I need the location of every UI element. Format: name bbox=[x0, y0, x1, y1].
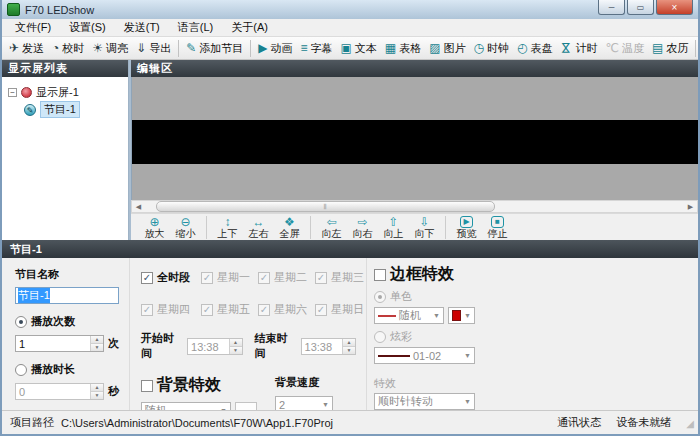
scroll-left-icon[interactable]: ◀ bbox=[132, 203, 145, 211]
play-count-value: 1 bbox=[16, 336, 90, 351]
move-down-label: 向下 bbox=[415, 228, 435, 239]
menu-file[interactable]: 文件(F) bbox=[6, 18, 60, 37]
scrollbar-thumb[interactable]: ⦀ bbox=[156, 201, 496, 212]
toolbar-table-label: 表格 bbox=[399, 41, 421, 56]
collapse-icon[interactable]: − bbox=[8, 88, 17, 97]
play-count-label: 播放次数 bbox=[31, 314, 75, 329]
toolbar-text-label: 文本 bbox=[355, 41, 377, 56]
control-separator bbox=[206, 216, 207, 239]
play-count-radio-row[interactable]: 播放次数 bbox=[15, 314, 119, 329]
maximize-button[interactable]: ▭ bbox=[627, 0, 654, 15]
spin-down-icon: ▼ bbox=[230, 346, 242, 354]
picture-icon: ▨ bbox=[429, 42, 440, 54]
play-count-stepper[interactable]: 1 ▲▼ bbox=[15, 335, 104, 352]
checkbox-checked-icon bbox=[315, 272, 327, 284]
window-controls: ─▭× bbox=[596, 0, 693, 15]
checkbox-checked-icon bbox=[141, 304, 153, 316]
menu-about[interactable]: 关于(A) bbox=[222, 18, 277, 37]
menu-bar: 文件(F)设置(S)发送(T)语言(L)关于(A) bbox=[2, 19, 698, 37]
play-count-spin-buttons[interactable]: ▲▼ bbox=[90, 336, 103, 351]
toolbar-send-button[interactable]: ✈发送 bbox=[5, 39, 48, 58]
play-duration-stepper[interactable]: 0 ▲▼ bbox=[15, 383, 104, 400]
preview-button[interactable]: ▶预览 bbox=[451, 216, 482, 239]
menu-language[interactable]: 语言(L) bbox=[169, 18, 222, 37]
play-duration-radio-row[interactable]: 播放时长 bbox=[15, 362, 119, 377]
toolbar-dial-button[interactable]: ◴表盘 bbox=[513, 39, 556, 58]
toolbar-export-button[interactable]: ⇓导出 bbox=[132, 39, 175, 58]
toolbar: ✈发送◔校时☀调亮⇓导出✎添加节目▶动画≡字幕▣文本▦表格▨图片◷时钟◴表盘⋈计… bbox=[2, 37, 698, 60]
add-program-icon: ✎ bbox=[186, 42, 196, 54]
tree-item-program[interactable]: ✎ 节目-1 bbox=[2, 101, 128, 118]
border-effect-checkbox[interactable]: 边框特效 bbox=[374, 264, 475, 285]
scroll-right-icon[interactable]: ▶ bbox=[684, 203, 697, 211]
toolbar-add-program-button[interactable]: ✎添加节目 bbox=[182, 39, 247, 58]
weekday-label: 星期三 bbox=[331, 270, 364, 285]
zoom-in-icon: ⊕ bbox=[149, 216, 159, 228]
move-down-button[interactable]: ⇩向下 bbox=[409, 216, 440, 239]
led-screen-preview[interactable] bbox=[132, 120, 698, 164]
preview-icon: ▶ bbox=[460, 216, 473, 228]
toolbar-picture-button[interactable]: ▨图片 bbox=[425, 39, 469, 58]
minimize-button[interactable]: ─ bbox=[598, 0, 625, 15]
weekday-label: 星期四 bbox=[157, 302, 190, 317]
dial-icon: ◴ bbox=[517, 42, 527, 54]
toolbar-lunar-label: 农历 bbox=[666, 41, 688, 56]
toolbar-add-program-label: 添加节目 bbox=[199, 41, 243, 56]
bg-effect-checkbox[interactable]: 背景特效 bbox=[141, 375, 271, 396]
weekday-label: 星期六 bbox=[274, 302, 307, 317]
move-right-button[interactable]: ⇨向右 bbox=[347, 216, 378, 239]
play-count-radio[interactable] bbox=[15, 316, 27, 328]
toolbar-brightness-button[interactable]: ☀调亮 bbox=[88, 39, 132, 58]
spin-down-icon[interactable]: ▼ bbox=[91, 343, 103, 351]
move-up-button[interactable]: ⇧向上 bbox=[378, 216, 409, 239]
chevron-down-icon: ▼ bbox=[464, 352, 471, 359]
move-left-button[interactable]: ⇦向左 bbox=[316, 216, 347, 239]
toolbar-timer-button[interactable]: ⋈计时 bbox=[556, 39, 601, 58]
toolbar-clock-button[interactable]: ◷时钟 bbox=[469, 39, 512, 58]
checkbox-checked-icon bbox=[201, 272, 213, 284]
toolbar-text-button[interactable]: ▣文本 bbox=[336, 39, 380, 58]
fit-screen-button[interactable]: ❖全屏 bbox=[274, 216, 305, 239]
control-separator bbox=[310, 216, 311, 239]
toolbar-separator bbox=[178, 40, 179, 57]
toolbar-marquee-button[interactable]: ≡字幕 bbox=[296, 39, 336, 58]
tree-item-screen[interactable]: − 显示屏-1 bbox=[2, 84, 128, 101]
toolbar-table-button[interactable]: ▦表格 bbox=[381, 39, 425, 58]
toolbar-lunar-button[interactable]: ▤农历 bbox=[648, 39, 692, 58]
checkbox-unchecked-icon[interactable] bbox=[141, 380, 153, 392]
spin-up-icon: ▲ bbox=[230, 339, 242, 346]
menu-settings[interactable]: 设置(S) bbox=[60, 18, 115, 37]
horizontal-scrollbar[interactable]: ◀ ⦀ ▶ bbox=[131, 200, 698, 213]
chevron-down-icon: ▼ bbox=[464, 398, 471, 405]
zoom-out-button[interactable]: ⊖缩小 bbox=[170, 216, 201, 239]
effect-label: 特效 bbox=[374, 376, 475, 391]
all-day-checkbox[interactable]: 全时段 bbox=[141, 270, 201, 285]
stop-button[interactable]: ■停止 bbox=[482, 216, 513, 239]
resize-grip-icon[interactable]: ◢ bbox=[686, 418, 694, 430]
close-button[interactable]: × bbox=[656, 0, 693, 15]
toolbar-marquee-label: 字幕 bbox=[310, 41, 332, 56]
checkbox-checked-icon[interactable] bbox=[141, 272, 153, 284]
bg-speed-value: 2 bbox=[279, 399, 285, 411]
border-effect-label: 边框特效 bbox=[390, 264, 454, 285]
program-name-value: 节目-1 bbox=[18, 288, 50, 303]
program-name-input[interactable]: 节目-1 bbox=[15, 287, 119, 304]
play-duration-radio[interactable] bbox=[15, 364, 27, 376]
spin-up-icon[interactable]: ▲ bbox=[91, 336, 103, 343]
menu-send[interactable]: 发送(T) bbox=[115, 18, 169, 37]
toolbar-animation-button[interactable]: ▶动画 bbox=[254, 39, 296, 58]
fit-width-button[interactable]: ↔左右 bbox=[243, 216, 274, 239]
toolbar-time-sync-button[interactable]: ◔校时 bbox=[48, 39, 88, 58]
colorful-dropdown: 01-02 ▼ bbox=[374, 347, 475, 364]
toolbar-separator bbox=[250, 40, 251, 57]
spin-down-icon: ▼ bbox=[91, 391, 103, 399]
zoom-in-button[interactable]: ⊕放大 bbox=[139, 216, 170, 239]
end-time-stepper: 13:38 ▲▼ bbox=[301, 338, 356, 355]
bg-effect-value: 随机 bbox=[145, 403, 167, 410]
checkbox-unchecked-icon[interactable] bbox=[374, 269, 386, 281]
scrollbar-track[interactable]: ⦀ bbox=[145, 201, 684, 212]
effect-value: 顺时针转动 bbox=[378, 394, 433, 409]
fit-height-button[interactable]: ↕上下 bbox=[212, 216, 243, 239]
edit-canvas[interactable] bbox=[131, 77, 698, 200]
fit-screen-label: 全屏 bbox=[280, 228, 300, 239]
